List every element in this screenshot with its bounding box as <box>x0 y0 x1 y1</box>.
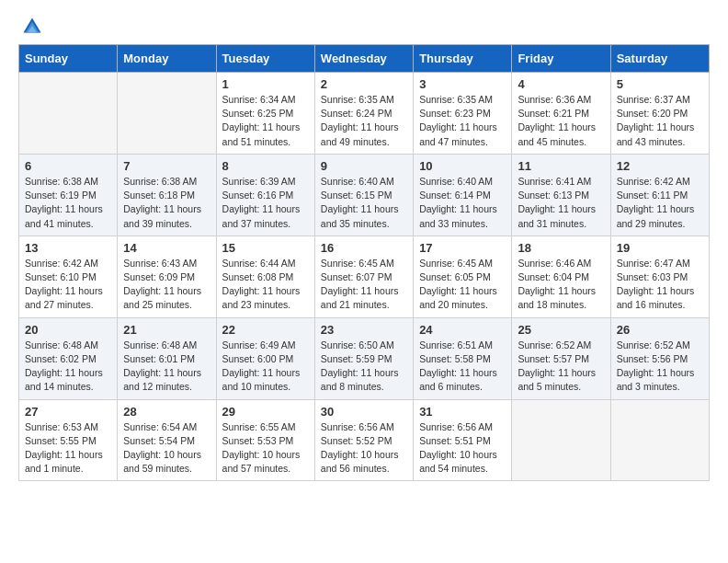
calendar-week-row: 20Sunrise: 6:48 AM Sunset: 6:02 PM Dayli… <box>19 317 710 399</box>
day-info: Sunrise: 6:43 AM Sunset: 6:09 PM Dayligh… <box>123 257 210 313</box>
weekday-header-thursday: Thursday <box>414 45 512 73</box>
calendar-day-cell: 15Sunrise: 6:44 AM Sunset: 6:08 PM Dayli… <box>216 236 314 317</box>
day-info: Sunrise: 6:38 AM Sunset: 6:19 PM Dayligh… <box>25 175 111 231</box>
day-number: 2 <box>321 77 407 91</box>
calendar-week-row: 13Sunrise: 6:42 AM Sunset: 6:10 PM Dayli… <box>19 236 710 317</box>
day-info: Sunrise: 6:53 AM Sunset: 5:55 PM Dayligh… <box>25 420 111 477</box>
calendar-day-cell: 21Sunrise: 6:48 AM Sunset: 6:01 PM Dayli… <box>118 317 216 399</box>
calendar-day-cell: 31Sunrise: 6:56 AM Sunset: 5:51 PM Dayli… <box>414 399 512 481</box>
calendar-day-cell: 28Sunrise: 6:54 AM Sunset: 5:54 PM Dayli… <box>118 399 216 481</box>
day-number: 9 <box>321 159 407 173</box>
day-info: Sunrise: 6:45 AM Sunset: 6:05 PM Dayligh… <box>419 257 506 313</box>
calendar-day-cell: 12Sunrise: 6:42 AM Sunset: 6:11 PM Dayli… <box>610 154 709 236</box>
calendar-week-row: 27Sunrise: 6:53 AM Sunset: 5:55 PM Dayli… <box>19 399 710 481</box>
calendar-week-row: 1Sunrise: 6:34 AM Sunset: 6:25 PM Daylig… <box>19 73 710 155</box>
day-info: Sunrise: 6:48 AM Sunset: 6:02 PM Dayligh… <box>25 339 111 395</box>
day-info: Sunrise: 6:54 AM Sunset: 5:54 PM Dayligh… <box>123 420 210 477</box>
day-number: 12 <box>617 159 703 173</box>
weekday-header-monday: Monday <box>118 45 216 73</box>
calendar-day-cell <box>118 73 216 155</box>
day-number: 5 <box>617 77 703 91</box>
day-info: Sunrise: 6:35 AM Sunset: 6:23 PM Dayligh… <box>419 93 506 149</box>
day-info: Sunrise: 6:56 AM Sunset: 5:52 PM Dayligh… <box>321 420 407 477</box>
page-header <box>0 0 728 44</box>
calendar-day-cell: 27Sunrise: 6:53 AM Sunset: 5:55 PM Dayli… <box>19 399 118 481</box>
day-info: Sunrise: 6:49 AM Sunset: 6:00 PM Dayligh… <box>222 339 309 395</box>
day-info: Sunrise: 6:40 AM Sunset: 6:14 PM Dayligh… <box>419 175 506 231</box>
weekday-header-row: SundayMondayTuesdayWednesdayThursdayFrid… <box>19 45 710 73</box>
day-number: 30 <box>321 405 407 419</box>
day-number: 24 <box>419 323 506 337</box>
day-info: Sunrise: 6:50 AM Sunset: 5:59 PM Dayligh… <box>321 339 407 395</box>
day-number: 13 <box>25 241 111 255</box>
calendar-day-cell: 16Sunrise: 6:45 AM Sunset: 6:07 PM Dayli… <box>314 236 413 317</box>
day-number: 19 <box>617 241 703 255</box>
calendar-day-cell: 9Sunrise: 6:40 AM Sunset: 6:15 PM Daylig… <box>314 154 413 236</box>
calendar-day-cell: 14Sunrise: 6:43 AM Sunset: 6:09 PM Dayli… <box>118 236 216 317</box>
day-number: 29 <box>222 405 309 419</box>
day-info: Sunrise: 6:35 AM Sunset: 6:24 PM Dayligh… <box>321 93 407 149</box>
day-info: Sunrise: 6:55 AM Sunset: 5:53 PM Dayligh… <box>222 420 309 477</box>
calendar-day-cell: 25Sunrise: 6:52 AM Sunset: 5:57 PM Dayli… <box>512 317 610 399</box>
day-number: 11 <box>518 159 604 173</box>
calendar-day-cell: 13Sunrise: 6:42 AM Sunset: 6:10 PM Dayli… <box>19 236 118 317</box>
calendar-day-cell: 18Sunrise: 6:46 AM Sunset: 6:04 PM Dayli… <box>512 236 610 317</box>
day-number: 10 <box>419 159 506 173</box>
day-info: Sunrise: 6:52 AM Sunset: 5:57 PM Dayligh… <box>518 339 604 395</box>
day-number: 18 <box>518 241 604 255</box>
day-info: Sunrise: 6:41 AM Sunset: 6:13 PM Dayligh… <box>518 175 604 231</box>
day-number: 23 <box>321 323 407 337</box>
calendar-table: SundayMondayTuesdayWednesdayThursdayFrid… <box>18 44 710 481</box>
day-info: Sunrise: 6:42 AM Sunset: 6:11 PM Dayligh… <box>617 175 703 231</box>
calendar-day-cell: 23Sunrise: 6:50 AM Sunset: 5:59 PM Dayli… <box>314 317 413 399</box>
day-info: Sunrise: 6:52 AM Sunset: 5:56 PM Dayligh… <box>617 339 703 395</box>
calendar-day-cell: 19Sunrise: 6:47 AM Sunset: 6:03 PM Dayli… <box>610 236 709 317</box>
day-number: 20 <box>25 323 111 337</box>
calendar-day-cell: 3Sunrise: 6:35 AM Sunset: 6:23 PM Daylig… <box>414 73 512 155</box>
calendar-day-cell: 10Sunrise: 6:40 AM Sunset: 6:14 PM Dayli… <box>414 154 512 236</box>
day-number: 27 <box>25 405 111 419</box>
calendar-day-cell: 8Sunrise: 6:39 AM Sunset: 6:16 PM Daylig… <box>216 154 314 236</box>
weekday-header-tuesday: Tuesday <box>216 45 314 73</box>
day-info: Sunrise: 6:42 AM Sunset: 6:10 PM Dayligh… <box>25 257 111 313</box>
day-number: 7 <box>123 159 210 173</box>
day-info: Sunrise: 6:40 AM Sunset: 6:15 PM Dayligh… <box>321 175 407 231</box>
logo-icon <box>22 17 42 37</box>
day-number: 8 <box>222 159 309 173</box>
calendar-day-cell: 26Sunrise: 6:52 AM Sunset: 5:56 PM Dayli… <box>610 317 709 399</box>
day-number: 17 <box>419 241 506 255</box>
calendar-day-cell: 24Sunrise: 6:51 AM Sunset: 5:58 PM Dayli… <box>414 317 512 399</box>
day-number: 22 <box>222 323 309 337</box>
day-number: 4 <box>518 77 604 91</box>
day-info: Sunrise: 6:36 AM Sunset: 6:21 PM Dayligh… <box>518 93 604 149</box>
calendar-day-cell: 4Sunrise: 6:36 AM Sunset: 6:21 PM Daylig… <box>512 73 610 155</box>
calendar-day-cell: 17Sunrise: 6:45 AM Sunset: 6:05 PM Dayli… <box>414 236 512 317</box>
calendar-day-cell <box>512 399 610 481</box>
calendar-day-cell <box>19 73 118 155</box>
day-info: Sunrise: 6:38 AM Sunset: 6:18 PM Dayligh… <box>123 175 210 231</box>
calendar-day-cell: 11Sunrise: 6:41 AM Sunset: 6:13 PM Dayli… <box>512 154 610 236</box>
day-number: 1 <box>222 77 309 91</box>
calendar-day-cell: 5Sunrise: 6:37 AM Sunset: 6:20 PM Daylig… <box>610 73 709 155</box>
calendar-day-cell: 29Sunrise: 6:55 AM Sunset: 5:53 PM Dayli… <box>216 399 314 481</box>
day-info: Sunrise: 6:51 AM Sunset: 5:58 PM Dayligh… <box>419 339 506 395</box>
day-info: Sunrise: 6:39 AM Sunset: 6:16 PM Dayligh… <box>222 175 309 231</box>
weekday-header-wednesday: Wednesday <box>314 45 413 73</box>
day-info: Sunrise: 6:47 AM Sunset: 6:03 PM Dayligh… <box>617 257 703 313</box>
day-info: Sunrise: 6:34 AM Sunset: 6:25 PM Dayligh… <box>222 93 309 149</box>
calendar-wrapper: SundayMondayTuesdayWednesdayThursdayFrid… <box>0 44 728 490</box>
calendar-week-row: 6Sunrise: 6:38 AM Sunset: 6:19 PM Daylig… <box>19 154 710 236</box>
calendar-day-cell: 20Sunrise: 6:48 AM Sunset: 6:02 PM Dayli… <box>19 317 118 399</box>
day-number: 26 <box>617 323 703 337</box>
day-number: 28 <box>123 405 210 419</box>
day-info: Sunrise: 6:37 AM Sunset: 6:20 PM Dayligh… <box>617 93 703 149</box>
calendar-day-cell: 2Sunrise: 6:35 AM Sunset: 6:24 PM Daylig… <box>314 73 413 155</box>
day-number: 3 <box>419 77 506 91</box>
day-info: Sunrise: 6:48 AM Sunset: 6:01 PM Dayligh… <box>123 339 210 395</box>
calendar-day-cell: 6Sunrise: 6:38 AM Sunset: 6:19 PM Daylig… <box>19 154 118 236</box>
day-info: Sunrise: 6:56 AM Sunset: 5:51 PM Dayligh… <box>419 420 506 477</box>
calendar-day-cell <box>610 399 709 481</box>
day-number: 25 <box>518 323 604 337</box>
day-number: 16 <box>321 241 407 255</box>
calendar-day-cell: 1Sunrise: 6:34 AM Sunset: 6:25 PM Daylig… <box>216 73 314 155</box>
